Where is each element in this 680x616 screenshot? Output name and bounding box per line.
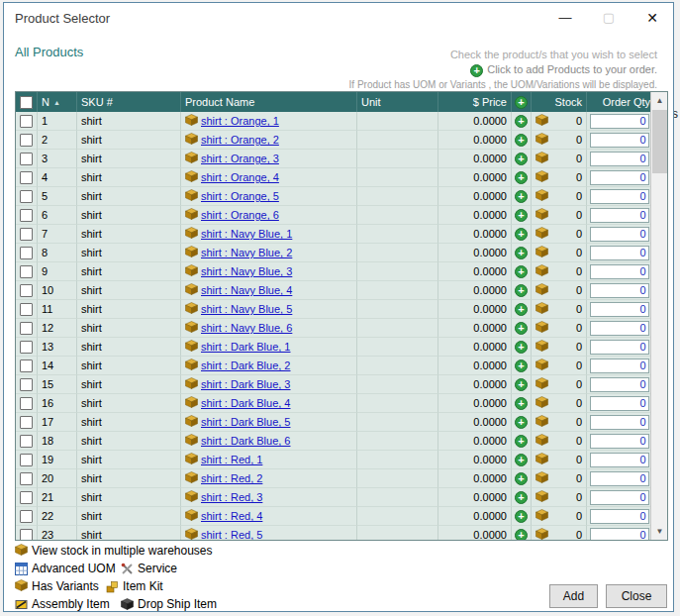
- product-link[interactable]: shirt : Orange, 1: [201, 115, 279, 127]
- row-checkbox[interactable]: [20, 341, 33, 354]
- warehouse-stock-icon[interactable]: [535, 133, 551, 147]
- product-link[interactable]: shirt : Red, 1: [201, 454, 262, 465]
- warehouse-stock-icon[interactable]: [535, 227, 551, 241]
- product-link[interactable]: shirt : Navy Blue, 1: [201, 228, 292, 240]
- add-to-order-icon[interactable]: +: [515, 416, 528, 429]
- order-qty-input[interactable]: [590, 340, 649, 355]
- product-link[interactable]: shirt : Dark Blue, 4: [201, 397, 290, 409]
- product-link[interactable]: shirt : Orange, 2: [201, 134, 279, 146]
- order-qty-input[interactable]: [590, 264, 649, 279]
- row-checkbox[interactable]: [20, 510, 33, 523]
- row-checkbox[interactable]: [20, 529, 33, 542]
- col-header-product-name[interactable]: Product Name: [181, 92, 357, 112]
- row-checkbox[interactable]: [20, 265, 33, 278]
- row-checkbox[interactable]: [20, 397, 33, 410]
- col-header-unit[interactable]: Unit: [357, 92, 438, 112]
- add-to-order-icon[interactable]: +: [515, 153, 528, 165]
- order-qty-input[interactable]: [590, 471, 649, 486]
- add-to-order-icon[interactable]: +: [515, 491, 528, 504]
- add-to-order-icon[interactable]: +: [515, 529, 528, 542]
- product-link[interactable]: shirt : Orange, 4: [201, 171, 279, 183]
- product-link[interactable]: shirt : Red, 5: [201, 529, 262, 541]
- add-to-order-icon[interactable]: +: [515, 510, 528, 523]
- warehouse-stock-icon[interactable]: [535, 246, 551, 259]
- product-link[interactable]: shirt : Navy Blue, 6: [201, 322, 292, 334]
- add-to-order-icon[interactable]: +: [515, 454, 528, 466]
- warehouse-stock-icon[interactable]: [535, 264, 551, 278]
- order-qty-input[interactable]: [590, 208, 649, 223]
- vertical-scrollbar[interactable]: ▲ ▼: [650, 92, 667, 540]
- add-to-order-icon[interactable]: +: [515, 397, 528, 410]
- add-to-order-icon[interactable]: +: [515, 134, 528, 147]
- minimize-button[interactable]: —: [550, 6, 580, 30]
- product-link[interactable]: shirt : Dark Blue, 5: [201, 416, 290, 428]
- warehouse-stock-icon[interactable]: [535, 208, 551, 222]
- warehouse-stock-icon[interactable]: [535, 189, 551, 203]
- product-link[interactable]: shirt : Red, 2: [201, 472, 262, 484]
- warehouse-stock-icon[interactable]: [535, 471, 551, 485]
- add-to-order-icon[interactable]: +: [515, 378, 528, 391]
- add-to-order-icon[interactable]: +: [515, 359, 528, 372]
- order-qty-input[interactable]: [590, 434, 649, 449]
- order-qty-input[interactable]: [590, 490, 649, 505]
- warehouse-stock-icon[interactable]: [535, 453, 551, 466]
- add-to-order-icon[interactable]: +: [515, 190, 528, 203]
- row-checkbox[interactable]: [20, 190, 33, 203]
- row-checkbox[interactable]: [20, 454, 33, 466]
- row-checkbox[interactable]: [20, 209, 33, 222]
- row-checkbox[interactable]: [20, 115, 33, 128]
- add-to-order-icon[interactable]: +: [515, 322, 528, 335]
- add-to-order-icon[interactable]: +: [515, 228, 528, 241]
- order-qty-input[interactable]: [590, 509, 649, 524]
- product-link[interactable]: shirt : Dark Blue, 1: [201, 341, 290, 353]
- warehouse-stock-icon[interactable]: [535, 152, 551, 165]
- row-checkbox[interactable]: [20, 435, 33, 448]
- warehouse-stock-icon[interactable]: [535, 302, 551, 316]
- warehouse-stock-icon[interactable]: [535, 170, 551, 184]
- order-qty-input[interactable]: [590, 133, 649, 148]
- add-to-order-icon[interactable]: +: [515, 247, 528, 259]
- product-link[interactable]: shirt : Navy Blue, 5: [201, 303, 292, 315]
- close-footer-button[interactable]: Close: [606, 584, 667, 608]
- row-checkbox[interactable]: [20, 153, 33, 165]
- warehouse-stock-icon[interactable]: [535, 377, 551, 391]
- warehouse-stock-icon[interactable]: [535, 321, 551, 335]
- order-qty-input[interactable]: [590, 396, 649, 411]
- product-link[interactable]: shirt : Red, 3: [201, 491, 262, 503]
- product-link[interactable]: shirt : Dark Blue, 3: [201, 378, 290, 390]
- warehouse-stock-icon[interactable]: [535, 359, 551, 372]
- product-link[interactable]: shirt : Dark Blue, 6: [201, 435, 290, 447]
- add-to-order-icon[interactable]: +: [515, 209, 528, 222]
- col-header-order-qty[interactable]: Order Qty: [587, 92, 652, 112]
- add-to-order-icon[interactable]: +: [515, 265, 528, 278]
- col-header-sku[interactable]: SKU #: [77, 92, 181, 112]
- col-header-stock[interactable]: Stock: [532, 92, 587, 112]
- scroll-down-icon[interactable]: ▼: [651, 523, 668, 540]
- order-qty-input[interactable]: [590, 528, 649, 542]
- row-checkbox[interactable]: [20, 171, 33, 184]
- warehouse-stock-icon[interactable]: [535, 509, 551, 523]
- scroll-up-icon[interactable]: ▲: [651, 92, 668, 109]
- product-link[interactable]: shirt : Orange, 6: [201, 209, 279, 221]
- scrollbar-thumb[interactable]: [652, 110, 667, 173]
- add-to-order-icon[interactable]: +: [515, 472, 528, 485]
- row-checkbox[interactable]: [20, 359, 33, 372]
- product-link[interactable]: shirt : Navy Blue, 3: [201, 265, 292, 277]
- order-qty-input[interactable]: [590, 152, 649, 166]
- warehouse-stock-icon[interactable]: [535, 490, 551, 504]
- product-link[interactable]: shirt : Orange, 5: [201, 190, 279, 202]
- add-to-order-icon[interactable]: +: [515, 115, 528, 128]
- row-checkbox[interactable]: [20, 472, 33, 485]
- order-qty-input[interactable]: [590, 377, 649, 392]
- add-to-order-icon[interactable]: +: [515, 341, 528, 354]
- warehouse-stock-icon[interactable]: [535, 396, 551, 410]
- row-checkbox[interactable]: [20, 247, 33, 259]
- add-to-order-icon[interactable]: +: [515, 284, 528, 297]
- warehouse-stock-icon[interactable]: [535, 434, 551, 448]
- add-to-order-icon[interactable]: +: [515, 435, 528, 448]
- add-to-order-icon[interactable]: +: [515, 171, 528, 184]
- order-qty-input[interactable]: [590, 415, 649, 430]
- order-qty-input[interactable]: [590, 283, 649, 298]
- product-link[interactable]: shirt : Orange, 3: [201, 153, 279, 164]
- col-header-n[interactable]: N ▲: [38, 92, 77, 112]
